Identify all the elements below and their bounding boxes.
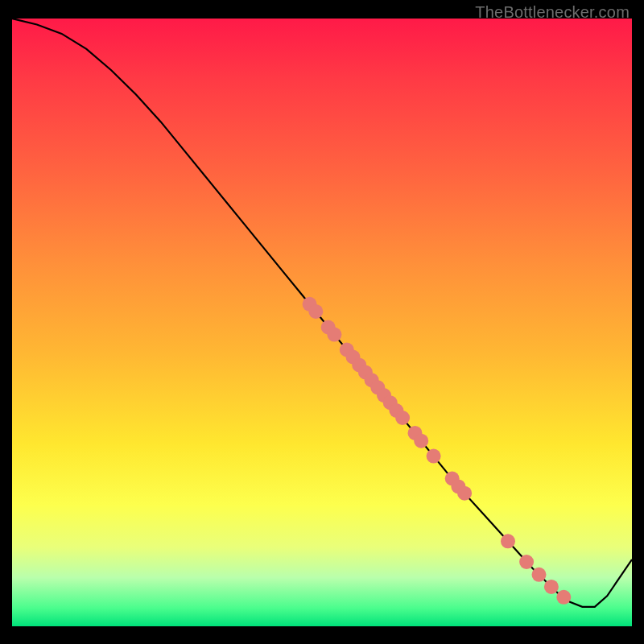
- data-marker: [427, 449, 441, 464]
- data-marker: [532, 568, 547, 582]
- data-marker: [501, 534, 515, 548]
- data-marker: [544, 580, 559, 594]
- data-marker: [519, 555, 534, 569]
- data-marker: [395, 411, 410, 425]
- plot-area: [12, 19, 632, 626]
- data-marker: [414, 434, 428, 448]
- chart-frame: TheBottlenecker.com: [0, 0, 644, 644]
- data-marker: [308, 304, 323, 319]
- data-marker: [457, 486, 472, 501]
- chart-svg: [12, 19, 632, 626]
- marker-layer: [303, 297, 572, 605]
- data-marker: [327, 328, 341, 342]
- data-marker: [556, 590, 571, 605]
